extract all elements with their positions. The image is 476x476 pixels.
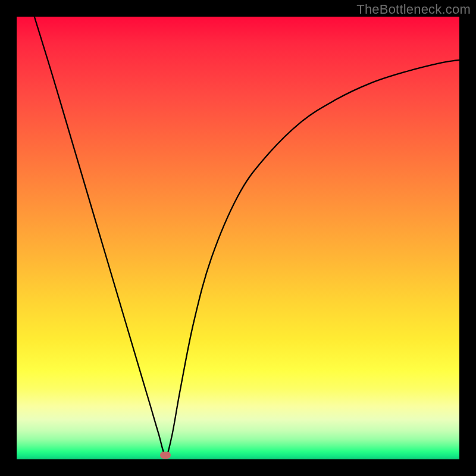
source-watermark: TheBottleneck.com xyxy=(356,2,471,17)
chart-frame: TheBottleneck.com xyxy=(0,0,476,476)
plot-area xyxy=(17,17,459,459)
minimum-point-marker xyxy=(160,452,171,459)
bottleneck-curve xyxy=(17,17,459,459)
